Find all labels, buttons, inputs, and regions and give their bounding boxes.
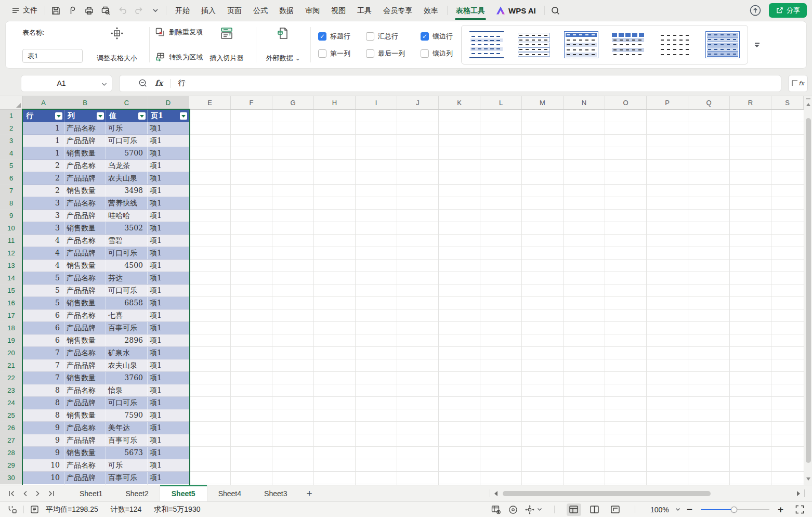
fx-panel-button[interactable]: fx	[788, 75, 808, 92]
cell[interactable]: 产品名称	[64, 160, 106, 172]
grid-settings-icon[interactable]	[491, 505, 502, 515]
cell[interactable]: 项1	[148, 247, 189, 259]
cell[interactable]: 10	[23, 459, 64, 471]
row-header-2[interactable]: 2	[0, 122, 22, 135]
next-sheet-icon[interactable]	[35, 490, 40, 497]
cell[interactable]: 销售数量	[64, 409, 106, 421]
cell[interactable]: 可口可乐	[106, 285, 148, 296]
zoom-out-icon[interactable]	[138, 79, 148, 88]
cell[interactable]: 8	[23, 409, 64, 421]
row-header-30[interactable]: 30	[0, 472, 22, 484]
remove-duplicates-button[interactable]: 删除重复项	[155, 27, 203, 37]
cell[interactable]: 1	[23, 147, 64, 159]
cell[interactable]: 乌龙茶	[106, 160, 148, 172]
cell[interactable]: 可口可乐	[106, 135, 148, 147]
row-header-7[interactable]: 7	[0, 185, 22, 197]
cell[interactable]: 5	[23, 285, 64, 296]
cell[interactable]: 产品名称	[64, 347, 106, 359]
cell[interactable]: 产品名称	[64, 309, 106, 321]
table-header-cell[interactable]: 值	[106, 110, 148, 122]
cell[interactable]: 9	[23, 422, 64, 434]
cell[interactable]: 6	[23, 334, 64, 346]
sheet-tab-Sheet1[interactable]: Sheet1	[68, 485, 114, 502]
column-header-H[interactable]: H	[314, 96, 356, 109]
menu-审阅[interactable]: 审阅	[299, 0, 325, 21]
cell[interactable]: 产品品牌	[64, 397, 106, 409]
menu-数据[interactable]: 数据	[273, 0, 299, 21]
cell[interactable]: 1	[23, 122, 64, 134]
table-header-cell[interactable]: 列	[64, 110, 106, 122]
table-style-grid-filled[interactable]	[705, 31, 740, 58]
cell[interactable]: 哇哈哈	[106, 210, 148, 222]
macro-icon[interactable]	[7, 505, 18, 515]
fullscreen-icon[interactable]	[795, 505, 805, 514]
cell[interactable]: 7	[23, 347, 64, 359]
cell[interactable]: 产品名称	[64, 422, 106, 434]
row-header-12[interactable]: 12	[0, 247, 22, 260]
cell[interactable]: 产品名称	[64, 197, 106, 209]
cell[interactable]: 项1	[148, 147, 189, 159]
option-最后一列[interactable]: 最后一列	[366, 49, 405, 58]
cell[interactable]: 矿泉水	[106, 347, 148, 359]
style-gallery-more-button[interactable]	[751, 25, 763, 64]
column-header-M[interactable]: M	[522, 96, 564, 109]
cell[interactable]: 4500	[106, 260, 148, 272]
eye-protection-icon[interactable]	[508, 505, 518, 515]
page-layout-view-button[interactable]	[587, 503, 602, 516]
horizontal-scroll-thumb[interactable]	[503, 491, 711, 496]
cell[interactable]: 项1	[148, 459, 189, 471]
table-style-header-cells[interactable]	[611, 31, 645, 58]
page-break-view-button[interactable]	[608, 503, 623, 516]
row-header-24[interactable]: 24	[0, 397, 22, 409]
qat-more-icon[interactable]	[148, 3, 163, 18]
menu-工具[interactable]: 工具	[351, 0, 377, 21]
row-header-14[interactable]: 14	[0, 272, 22, 285]
cell[interactable]: 项1	[148, 347, 189, 359]
cell[interactable]: 美年达	[106, 422, 148, 434]
prev-sheet-icon[interactable]	[23, 490, 28, 497]
row-header-27[interactable]: 27	[0, 434, 22, 447]
cell[interactable]: 项1	[148, 359, 189, 371]
cell[interactable]: 怡泉	[106, 384, 148, 396]
cell[interactable]: 6	[23, 309, 64, 321]
zoom-slider[interactable]	[701, 509, 769, 510]
table-style-plain-dashes[interactable]	[658, 31, 692, 58]
cell[interactable]: 可乐	[106, 122, 148, 134]
cell[interactable]: 2	[23, 185, 64, 197]
filter-dropdown-icon[interactable]	[180, 112, 187, 120]
column-header-P[interactable]: P	[647, 96, 688, 109]
filter-dropdown-icon[interactable]	[55, 112, 62, 120]
scroll-down-icon[interactable]	[806, 477, 810, 481]
cell[interactable]: 2	[23, 160, 64, 172]
cell[interactable]: 9	[23, 434, 64, 446]
export-pdf-icon[interactable]	[65, 3, 80, 18]
cell[interactable]: 销售数量	[64, 185, 106, 197]
vertical-scroll-thumb[interactable]	[806, 118, 811, 463]
cell[interactable]: 9	[23, 447, 64, 459]
cell[interactable]: 项1	[148, 285, 189, 296]
save-icon[interactable]	[48, 3, 63, 18]
tab-table-tools[interactable]: 表格工具	[451, 0, 490, 21]
chevron-down-icon[interactable]	[101, 82, 107, 86]
sheet-tab-Sheet3[interactable]: Sheet3	[253, 485, 298, 502]
cell[interactable]: 农夫山泉	[106, 172, 148, 184]
cell[interactable]: 5700	[106, 147, 148, 159]
row-header-20[interactable]: 20	[0, 347, 22, 359]
column-header-C[interactable]: C	[106, 96, 148, 109]
column-header-I[interactable]: I	[356, 96, 397, 109]
cell[interactable]: 营养快线	[106, 197, 148, 209]
column-header-K[interactable]: K	[439, 96, 480, 109]
wps-ai-button[interactable]: WPS AI	[490, 6, 541, 15]
menu-公式[interactable]: 公式	[247, 0, 273, 21]
cell[interactable]: 产品品牌	[64, 135, 106, 147]
menu-效率[interactable]: 效率	[418, 0, 444, 21]
cell[interactable]: 7	[23, 359, 64, 371]
checkbox-checked-icon[interactable]: ✓	[318, 32, 326, 41]
row-header-9[interactable]: 9	[0, 210, 22, 222]
menu-插入[interactable]: 插入	[195, 0, 221, 21]
cell[interactable]: 项1	[148, 384, 189, 396]
cell[interactable]: 项1	[148, 260, 189, 272]
cell[interactable]: 3498	[106, 185, 148, 197]
zoom-chevron-icon[interactable]	[675, 508, 680, 511]
cell[interactable]: 百事可乐	[106, 472, 148, 484]
